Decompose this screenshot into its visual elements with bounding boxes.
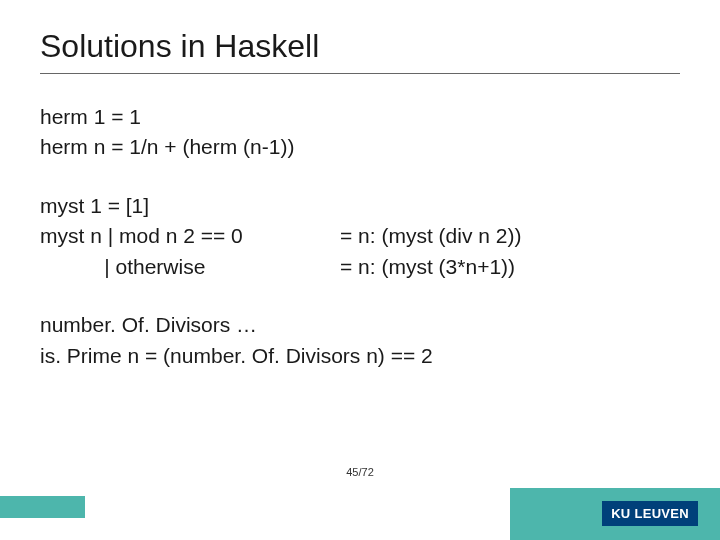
- slide-title: Solutions in Haskell: [40, 28, 680, 65]
- code-block-divisors: number. Of. Divisors … is. Prime n = (nu…: [40, 310, 680, 371]
- slide: Solutions in Haskell herm 1 = 1 herm n =…: [0, 0, 720, 540]
- ku-leuven-logo: KU LEUVEN: [602, 501, 698, 526]
- page-number: 45/72: [0, 466, 720, 478]
- code-block-myst: myst 1 = [1] myst n | mod n 2 == 0 = n: …: [40, 191, 680, 282]
- code-line-left: myst n | mod n 2 == 0: [40, 221, 340, 251]
- code-line: herm n = 1/n + (herm (n-1)): [40, 132, 680, 162]
- code-line-left: | otherwise: [40, 252, 340, 282]
- code-line-right: = n: (myst (3*n+1)): [340, 252, 680, 282]
- code-line-right: = n: (myst (div n 2)): [340, 221, 680, 251]
- title-underline: [40, 73, 680, 74]
- code-line: number. Of. Divisors …: [40, 310, 680, 340]
- code-line: is. Prime n = (number. Of. Divisors n) =…: [40, 341, 680, 371]
- code-line: herm 1 = 1: [40, 102, 680, 132]
- code-block-herm: herm 1 = 1 herm n = 1/n + (herm (n-1)): [40, 102, 680, 163]
- code-line: myst 1 = [1]: [40, 191, 680, 221]
- footer-accent-left: [0, 496, 85, 518]
